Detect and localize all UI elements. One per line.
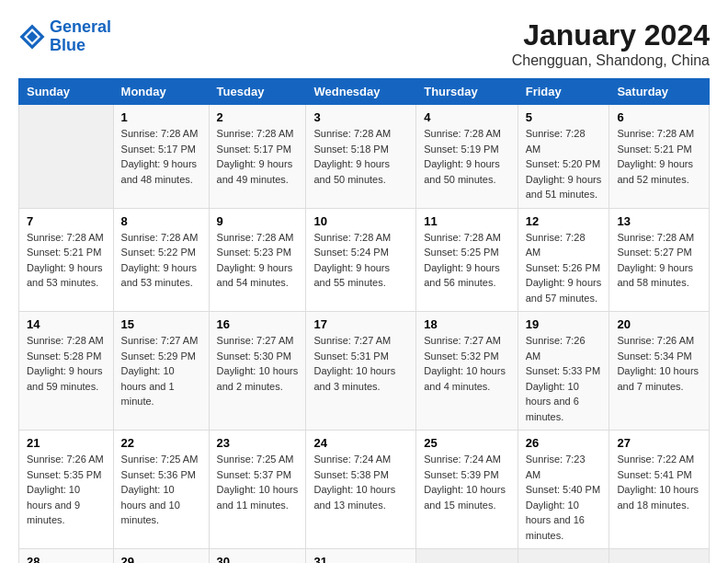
day-number: 3 [313, 110, 408, 124]
calendar-cell [19, 105, 114, 209]
day-number: 9 [217, 214, 299, 228]
column-header-saturday: Saturday [609, 79, 710, 105]
day-number: 18 [424, 317, 509, 331]
calendar-title: January 2024 [512, 18, 710, 52]
calendar-cell: 23 Sunrise: 7:25 AMSunset: 5:37 PMDaylig… [209, 431, 306, 549]
day-number: 2 [217, 110, 299, 124]
day-number: 29 [121, 555, 201, 563]
day-number: 8 [121, 214, 201, 228]
calendar-cell: 9 Sunrise: 7:28 AMSunset: 5:23 PMDayligh… [209, 208, 306, 312]
column-header-sunday: Sunday [19, 79, 114, 105]
day-info: Sunrise: 7:28 AMSunset: 5:17 PMDaylight:… [121, 126, 201, 187]
day-number: 28 [27, 555, 106, 563]
header-row: SundayMondayTuesdayWednesdayThursdayFrid… [19, 79, 710, 105]
day-number: 23 [217, 436, 299, 450]
day-number: 31 [313, 555, 408, 563]
calendar-cell: 6 Sunrise: 7:28 AMSunset: 5:21 PMDayligh… [609, 105, 710, 209]
column-header-friday: Friday [518, 79, 609, 105]
day-number: 13 [617, 214, 701, 228]
calendar-cell: 12 Sunrise: 7:28 AMSunset: 5:26 PMDaylig… [518, 208, 609, 312]
day-info: Sunrise: 7:25 AMSunset: 5:37 PMDaylight:… [217, 452, 299, 512]
day-info: Sunrise: 7:28 AMSunset: 5:20 PMDaylight:… [526, 126, 602, 202]
calendar-cell: 19 Sunrise: 7:26 AMSunset: 5:33 PMDaylig… [518, 312, 609, 431]
calendar-cell: 13 Sunrise: 7:28 AMSunset: 5:27 PMDaylig… [609, 208, 710, 312]
day-info: Sunrise: 7:28 AMSunset: 5:24 PMDaylight:… [313, 230, 408, 291]
day-info: Sunrise: 7:28 AMSunset: 5:28 PMDaylight:… [27, 333, 106, 394]
day-info: Sunrise: 7:28 AMSunset: 5:25 PMDaylight:… [424, 230, 509, 291]
calendar-cell: 29 Sunrise: 7:21 AMSunset: 5:43 PMDaylig… [113, 549, 209, 564]
day-info: Sunrise: 7:27 AMSunset: 5:30 PMDaylight:… [217, 333, 299, 394]
day-info: Sunrise: 7:28 AMSunset: 5:23 PMDaylight:… [217, 230, 299, 291]
day-number: 15 [121, 317, 201, 331]
calendar-cell: 21 Sunrise: 7:26 AMSunset: 5:35 PMDaylig… [19, 431, 114, 549]
calendar-cell: 27 Sunrise: 7:22 AMSunset: 5:41 PMDaylig… [609, 431, 710, 549]
day-info: Sunrise: 7:28 AMSunset: 5:18 PMDaylight:… [313, 126, 408, 187]
day-number: 30 [217, 555, 299, 563]
day-number: 22 [121, 436, 201, 450]
day-info: Sunrise: 7:28 AMSunset: 5:17 PMDaylight:… [217, 126, 299, 187]
calendar-cell: 16 Sunrise: 7:27 AMSunset: 5:30 PMDaylig… [209, 312, 306, 431]
calendar-cell: 25 Sunrise: 7:24 AMSunset: 5:39 PMDaylig… [416, 431, 518, 549]
day-number: 19 [526, 317, 602, 331]
column-header-thursday: Thursday [416, 79, 518, 105]
day-info: Sunrise: 7:25 AMSunset: 5:36 PMDaylight:… [121, 452, 201, 528]
week-row-3: 14 Sunrise: 7:28 AMSunset: 5:28 PMDaylig… [19, 312, 710, 431]
calendar-cell [416, 549, 518, 564]
day-info: Sunrise: 7:28 AMSunset: 5:19 PMDaylight:… [424, 126, 509, 187]
day-number: 21 [27, 436, 106, 450]
week-row-5: 28 Sunrise: 7:22 AMSunset: 5:42 PMDaylig… [19, 549, 710, 564]
calendar-cell: 28 Sunrise: 7:22 AMSunset: 5:42 PMDaylig… [19, 549, 114, 564]
day-info: Sunrise: 7:28 AMSunset: 5:21 PMDaylight:… [27, 230, 106, 291]
day-info: Sunrise: 7:28 AMSunset: 5:21 PMDaylight:… [617, 126, 701, 187]
day-number: 12 [526, 214, 602, 228]
week-row-4: 21 Sunrise: 7:26 AMSunset: 5:35 PMDaylig… [19, 431, 710, 549]
logo-text: General Blue [50, 18, 111, 55]
calendar-cell: 31 Sunrise: 7:20 AMSunset: 5:45 PMDaylig… [306, 549, 416, 564]
day-info: Sunrise: 7:27 AMSunset: 5:32 PMDaylight:… [424, 333, 509, 394]
day-number: 16 [217, 317, 299, 331]
day-number: 11 [424, 214, 509, 228]
day-number: 5 [526, 110, 602, 124]
day-number: 14 [27, 317, 106, 331]
calendar-cell: 7 Sunrise: 7:28 AMSunset: 5:21 PMDayligh… [19, 208, 114, 312]
calendar-cell: 15 Sunrise: 7:27 AMSunset: 5:29 PMDaylig… [113, 312, 209, 431]
calendar-cell: 4 Sunrise: 7:28 AMSunset: 5:19 PMDayligh… [416, 105, 518, 209]
day-info: Sunrise: 7:22 AMSunset: 5:41 PMDaylight:… [617, 452, 701, 512]
day-number: 6 [617, 110, 701, 124]
day-info: Sunrise: 7:24 AMSunset: 5:39 PMDaylight:… [424, 452, 509, 512]
calendar-cell: 20 Sunrise: 7:26 AMSunset: 5:34 PMDaylig… [609, 312, 710, 431]
day-number: 17 [313, 317, 408, 331]
page-header: General Blue January 2024 Chengguan, Sha… [18, 18, 710, 69]
title-block: January 2024 Chengguan, Shandong, China [512, 18, 710, 69]
week-row-1: 1 Sunrise: 7:28 AMSunset: 5:17 PMDayligh… [19, 105, 710, 209]
day-info: Sunrise: 7:26 AMSunset: 5:34 PMDaylight:… [617, 333, 701, 394]
calendar-cell: 22 Sunrise: 7:25 AMSunset: 5:36 PMDaylig… [113, 431, 209, 549]
day-number: 27 [617, 436, 701, 450]
day-number: 1 [121, 110, 201, 124]
day-info: Sunrise: 7:27 AMSunset: 5:29 PMDaylight:… [121, 333, 201, 409]
column-header-tuesday: Tuesday [209, 79, 306, 105]
column-header-wednesday: Wednesday [306, 79, 416, 105]
calendar-cell: 26 Sunrise: 7:23 AMSunset: 5:40 PMDaylig… [518, 431, 609, 549]
day-number: 10 [313, 214, 408, 228]
calendar-cell [609, 549, 710, 564]
calendar-cell: 8 Sunrise: 7:28 AMSunset: 5:22 PMDayligh… [113, 208, 209, 312]
column-header-monday: Monday [113, 79, 209, 105]
day-number: 4 [424, 110, 509, 124]
calendar-cell: 5 Sunrise: 7:28 AMSunset: 5:20 PMDayligh… [518, 105, 609, 209]
logo-icon [18, 23, 46, 51]
day-info: Sunrise: 7:23 AMSunset: 5:40 PMDaylight:… [526, 452, 602, 543]
week-row-2: 7 Sunrise: 7:28 AMSunset: 5:21 PMDayligh… [19, 208, 710, 312]
day-info: Sunrise: 7:28 AMSunset: 5:27 PMDaylight:… [617, 230, 701, 291]
calendar-cell: 17 Sunrise: 7:27 AMSunset: 5:31 PMDaylig… [306, 312, 416, 431]
calendar-cell: 14 Sunrise: 7:28 AMSunset: 5:28 PMDaylig… [19, 312, 114, 431]
calendar-cell: 24 Sunrise: 7:24 AMSunset: 5:38 PMDaylig… [306, 431, 416, 549]
day-info: Sunrise: 7:28 AMSunset: 5:26 PMDaylight:… [526, 230, 602, 306]
day-info: Sunrise: 7:26 AMSunset: 5:33 PMDaylight:… [526, 333, 602, 424]
calendar-cell: 10 Sunrise: 7:28 AMSunset: 5:24 PMDaylig… [306, 208, 416, 312]
day-number: 7 [27, 214, 106, 228]
calendar-subtitle: Chengguan, Shandong, China [512, 52, 710, 69]
day-number: 24 [313, 436, 408, 450]
calendar-cell: 18 Sunrise: 7:27 AMSunset: 5:32 PMDaylig… [416, 312, 518, 431]
calendar-cell: 1 Sunrise: 7:28 AMSunset: 5:17 PMDayligh… [113, 105, 209, 209]
